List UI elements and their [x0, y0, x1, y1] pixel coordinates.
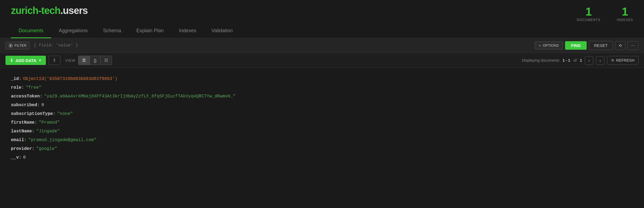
field-colon: :: [32, 127, 35, 136]
options-arrow-icon: ►: [539, 44, 542, 47]
field-name: provider: [11, 144, 32, 153]
field-colon: :: [24, 136, 27, 144]
table-row: lastName : "Jingade": [11, 127, 633, 136]
history-button[interactable]: ⟲: [615, 41, 625, 50]
indexes-label: INDEXES: [617, 18, 633, 22]
filter-badge-label: FILTER: [14, 43, 26, 47]
field-colon: :: [19, 75, 22, 83]
documents-label: DOCUMENTS: [577, 18, 600, 22]
field-name: lastName: [11, 127, 32, 136]
add-data-icon: ⇓: [10, 58, 13, 63]
field-colon: :: [53, 109, 56, 118]
title-normal: .users: [60, 5, 88, 16]
header-stats: 1 DOCUMENTS 1 INDEXES: [577, 5, 633, 22]
more-button[interactable]: ⋯: [628, 41, 639, 50]
field-value: 0: [42, 101, 44, 109]
stat-indexes: 1 INDEXES: [617, 6, 633, 22]
document-area: _id : ObjectId('635073180d83b683d81f8863…: [0, 68, 644, 168]
json-icon: {}: [94, 58, 96, 63]
field-colon: :: [21, 83, 24, 92]
field-value: "none": [57, 109, 73, 118]
field-name: subscribed: [11, 101, 37, 109]
field-value: "Jingade": [36, 127, 60, 136]
field-value: "pramod.jingade@gmail.com": [28, 136, 97, 144]
import-icon: ⇧: [53, 58, 56, 63]
refresh-button[interactable]: ↻ REFRESH: [607, 56, 639, 65]
field-value: "ya29.a0Aa4xrXMKej8XFf43At3krIj0bAyZzfLF…: [44, 92, 235, 101]
field-colon: :: [19, 153, 22, 162]
field-name: accessToken: [11, 92, 40, 101]
table-row: firstName : "Pramod": [11, 118, 633, 127]
field-name: email: [11, 136, 24, 144]
stat-documents: 1 DOCUMENTS: [577, 6, 600, 22]
display-info: Displaying documents 1 - 1 of 1: [522, 58, 582, 63]
import-button[interactable]: ⇧: [49, 56, 60, 65]
field-value: ObjectId('635073180d83b683d81f8863'): [23, 75, 117, 83]
tab-validation[interactable]: Validation: [204, 24, 240, 38]
indexes-count: 1: [622, 6, 628, 17]
table-row: email : "pramod.jingade@gmail.com": [11, 136, 633, 144]
tab-aggregations[interactable]: Aggregations: [51, 24, 95, 38]
next-page-button[interactable]: ›: [596, 56, 604, 65]
field-colon: :: [37, 101, 40, 109]
display-range: 1 - 1: [563, 58, 570, 63]
field-name: __v: [11, 153, 19, 162]
field-colon: :: [40, 92, 43, 101]
view-btn-group: ☰ {} ☷: [78, 56, 112, 65]
prev-page-button[interactable]: ‹: [585, 56, 593, 65]
field-name: _id: [11, 75, 19, 83]
field-value: 0: [23, 153, 26, 162]
options-button[interactable]: ► OPTIONS: [535, 41, 563, 49]
add-data-button[interactable]: ⇓ ADD DATA ▼: [5, 56, 46, 65]
documents-count: 1: [585, 6, 592, 17]
filter-bar: i FILTER ► OPTIONS FIND RESET ⟲ ⋯: [0, 38, 644, 53]
more-icon: ⋯: [631, 43, 635, 48]
refresh-icon: ↻: [611, 58, 615, 63]
tab-bar: Documents Aggregations Schema Explain Pl…: [0, 24, 644, 38]
header: zurich-tech.users 1 DOCUMENTS 1 INDEXES: [0, 0, 644, 22]
title-green: zurich-tech: [11, 5, 60, 16]
chevron-left-icon: ‹: [588, 58, 590, 63]
view-json-button[interactable]: {}: [90, 56, 101, 65]
table-row: _id : ObjectId('635073180d83b683d81f8863…: [11, 75, 633, 83]
filter-badge: i FILTER: [5, 42, 29, 49]
field-colon: :: [34, 118, 37, 127]
view-list-button[interactable]: ☰: [78, 56, 90, 65]
filter-input[interactable]: [32, 42, 533, 49]
info-icon: i: [8, 43, 13, 48]
display-prefix: Displaying documents: [522, 58, 559, 63]
field-colon: :: [32, 144, 35, 153]
field-value: "Pramod": [39, 118, 60, 127]
display-total: 1: [580, 58, 582, 63]
table-icon: ☷: [104, 58, 108, 63]
field-name: subscriptionType: [11, 109, 53, 118]
field-name: firstName: [11, 118, 34, 127]
toolbar: ⇓ ADD DATA ▼ ⇧ VIEW ☰ {} ☷ Displaying do…: [0, 53, 644, 68]
display-of: of: [574, 58, 577, 63]
table-row: role : "free": [11, 83, 633, 92]
field-value: "google": [36, 144, 57, 153]
view-table-button[interactable]: ☷: [101, 56, 112, 65]
reset-button[interactable]: RESET: [589, 41, 613, 50]
app-title: zurich-tech.users: [11, 5, 88, 16]
tab-schema[interactable]: Schema: [95, 24, 129, 38]
find-button[interactable]: FIND: [565, 41, 587, 50]
chevron-right-icon: ›: [599, 58, 601, 63]
table-row: subscribed : 0: [11, 101, 633, 109]
history-icon: ⟲: [619, 43, 622, 48]
table-row: __v : 0: [11, 153, 633, 162]
field-value: "free": [26, 83, 42, 92]
list-icon: ☰: [82, 58, 86, 63]
tab-documents[interactable]: Documents: [11, 24, 51, 38]
table-row: provider : "google": [11, 144, 633, 153]
table-row: subscriptionType : "none": [11, 109, 633, 118]
field-name: role: [11, 83, 21, 92]
add-data-label: ADD DATA: [16, 58, 36, 63]
table-row: accessToken : "ya29.a0Aa4xrXMKej8XFf43At…: [11, 92, 633, 101]
view-label: VIEW: [65, 58, 75, 63]
tab-explain-plan[interactable]: Explain Plan: [129, 24, 171, 38]
add-data-chevron-icon: ▼: [39, 59, 42, 62]
options-label: OPTIONS: [543, 43, 559, 47]
refresh-label: REFRESH: [616, 58, 634, 63]
tab-indexes[interactable]: Indexes: [171, 24, 204, 38]
